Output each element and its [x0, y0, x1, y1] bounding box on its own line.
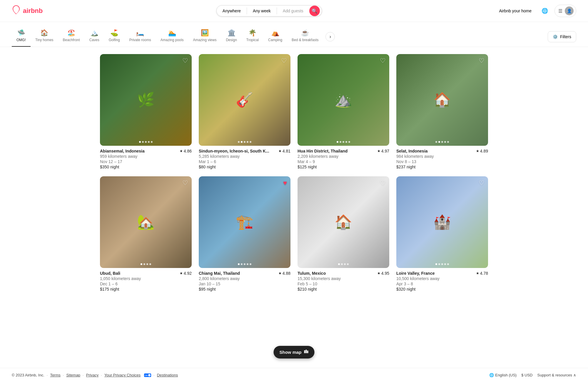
category-omg[interactable]: 🛸 OMG! [12, 27, 31, 47]
dot [247, 263, 248, 265]
listing-price: $350 night [100, 165, 192, 169]
category-nav: 🛸 OMG! 🏠 Tiny homes 🏖️ Beachfront 🏔️ Cav… [0, 22, 588, 47]
category-amazing-views-label: Amazing views [193, 38, 216, 42]
amazing-views-icon: 🖼️ [201, 29, 209, 37]
search-bar: Anywhere Any week Add guests 🔍 [216, 5, 322, 16]
star-icon: ★ [180, 271, 183, 275]
rating-value: 4.88 [283, 271, 290, 276]
category-amazing-views[interactable]: 🖼️ Amazing views [188, 27, 221, 47]
bed-breakfasts-icon: ☕ [301, 29, 309, 37]
listing-card[interactable]: ♡ Loire Valley, France ★ 4.78 1 [396, 176, 488, 291]
date-search[interactable]: Any week [247, 6, 277, 16]
filters-button[interactable]: ⚙️ Filters [548, 31, 576, 42]
category-beachfront[interactable]: 🏖️ Beachfront [58, 27, 85, 47]
user-menu[interactable]: ☰ 👤 [554, 5, 576, 17]
listing-info: Hua Hin District, Thailand ★ 4.97 2,209 … [298, 149, 389, 169]
price-amount: $210 [298, 287, 307, 291]
category-golfing[interactable]: ⛳ Golfing [104, 27, 125, 47]
star-icon: ★ [278, 271, 282, 275]
category-scroll-button[interactable]: › [325, 32, 335, 41]
listing-image-wrap: ♡ [199, 54, 290, 146]
listing-image [199, 54, 290, 146]
location-search[interactable]: Anywhere [217, 6, 247, 16]
rating-value: 4.97 [381, 149, 389, 153]
wishlist-button[interactable]: ♡ [182, 180, 188, 186]
dot [238, 263, 240, 265]
listing-location: Selat, Indonesia [396, 149, 474, 153]
listing-image-wrap: ♡ [100, 176, 192, 268]
private-rooms-icon: 🛏️ [136, 29, 144, 37]
category-design[interactable]: 🏛️ Design [221, 27, 241, 47]
listing-distance: 5,285 kilometers away [199, 154, 290, 159]
listing-image-wrap: ♥ [199, 176, 290, 268]
category-private-rooms[interactable]: 🛏️ Private rooms [125, 27, 156, 47]
price-amount: $320 [396, 287, 405, 291]
wishlist-button[interactable]: ♥ [283, 180, 287, 186]
listing-distance: 984 kilometers away [396, 154, 488, 159]
tropical-icon: 🌴 [248, 29, 256, 37]
star-icon: ★ [377, 149, 380, 153]
listing-card[interactable]: ♡ Ubud, Bali ★ 4.92 1,050 kilometers awa… [100, 176, 192, 291]
dot [438, 263, 440, 265]
category-tropical[interactable]: 🌴 Tropical [242, 27, 263, 47]
language-button[interactable]: 🌐 [540, 6, 550, 16]
listing-distance: 959 kilometers away [100, 154, 192, 159]
caves-icon: 🏔️ [90, 29, 98, 37]
category-amazing-pools[interactable]: 🏊 Amazing pools [156, 27, 188, 47]
listing-image-wrap: ♡ [396, 176, 488, 268]
listing-image [100, 176, 192, 268]
category-caves[interactable]: 🏔️ Caves [85, 27, 104, 47]
category-bed-breakfasts[interactable]: ☕ Bed & breakfasts [287, 27, 323, 47]
wishlist-button[interactable]: ♡ [281, 58, 287, 64]
wishlist-button[interactable]: ♡ [479, 58, 485, 64]
wishlist-button[interactable]: ♡ [479, 180, 485, 186]
listing-image-wrap: ♡ [100, 54, 192, 146]
listing-dates: Mar 1 – 6 [199, 159, 290, 164]
category-tiny-homes[interactable]: 🏠 Tiny homes [31, 27, 58, 47]
guests-search[interactable]: Add guests [277, 6, 309, 16]
avatar: 👤 [565, 6, 574, 15]
listing-rating: ★ 4.78 [476, 271, 488, 276]
dot [344, 263, 346, 265]
listing-card[interactable]: ♥ Chiang Mai, Thailand ★ 4.88 2 [199, 176, 290, 291]
listing-distance: 2,209 kilometers away [298, 154, 389, 159]
category-camping[interactable]: ⛺ Camping [263, 27, 287, 47]
omg-icon: 🛸 [17, 29, 25, 37]
star-icon: ★ [377, 271, 380, 275]
listing-card[interactable]: ♡ Selat, Indonesia ★ 4.89 984 k [396, 54, 488, 169]
wishlist-button[interactable]: ♡ [182, 58, 188, 64]
listing-info: Tulum, Mexico ★ 4.95 15,300 kilometers a… [298, 271, 389, 291]
listing-image [298, 54, 389, 146]
listing-location: Loire Valley, France [396, 271, 474, 276]
airbnb-home-button[interactable]: Airbnb your home [495, 6, 535, 16]
listing-card[interactable]: ♡ Hua Hin District, Thailand ★ 4.97 [298, 54, 389, 169]
listing-info: Chiang Mai, Thailand ★ 4.88 2,800 kilome… [199, 271, 290, 291]
listing-dates: Mar 4 – 9 [298, 159, 389, 164]
listing-card[interactable]: ♡ Abiansemal, Indonesia ★ 4.86 [100, 54, 192, 169]
dot [441, 263, 443, 265]
listings-container: ♡ Abiansemal, Indonesia ★ 4.86 [88, 47, 500, 299]
listing-rating: ★ 4.89 [476, 149, 488, 153]
wishlist-button[interactable]: ♡ [380, 58, 386, 64]
listing-card[interactable]: ♡ Tulum, Mexico ★ 4.95 15,300 kilometers… [298, 176, 389, 291]
listing-rating: ★ 4.97 [377, 149, 389, 153]
listing-dates: Nov 12 – 17 [100, 159, 192, 164]
logo[interactable]: airbnb [12, 5, 43, 17]
listing-price: $95 night [199, 287, 290, 291]
dot [444, 141, 446, 143]
rating-value: 4.78 [480, 271, 488, 276]
search-button[interactable]: 🔍 [309, 6, 320, 16]
price-unit: night [207, 165, 216, 169]
listing-dates: Nov 8 – 13 [396, 159, 488, 164]
listing-title-row: Sindun-myeon, Icheon-si, South K... ★ 4.… [199, 149, 290, 153]
listing-card[interactable]: ♡ Sindun-myeon, Icheon-si, South K... ★ … [199, 54, 290, 169]
dot-indicators [338, 263, 349, 265]
listing-image-wrap: ♡ [298, 176, 389, 268]
category-caves-label: Caves [89, 38, 99, 42]
price-unit: night [207, 287, 216, 291]
category-design-label: Design [226, 38, 237, 42]
price-amount: $350 [100, 165, 109, 169]
listing-price: $175 night [100, 287, 192, 291]
hamburger-icon: ☰ [558, 8, 562, 14]
wishlist-button[interactable]: ♡ [380, 180, 386, 186]
